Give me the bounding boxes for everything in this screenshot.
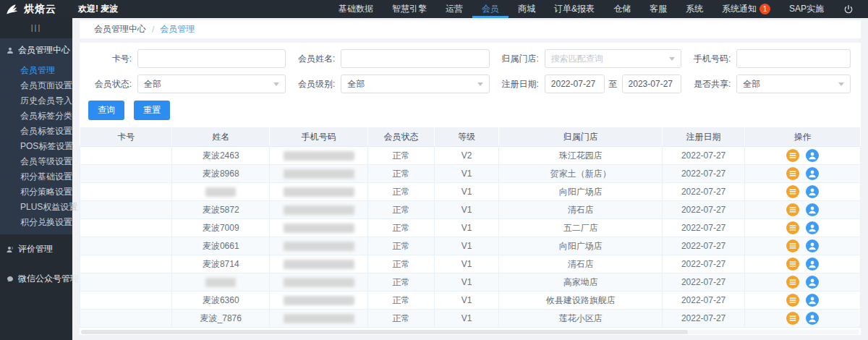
cell-card-no (80, 255, 172, 273)
member-profile-icon[interactable] (806, 276, 819, 289)
app-logo[interactable]: 烘焙云 (0, 0, 78, 18)
sidebar-item-2[interactable]: 历史会员导入 (0, 93, 72, 109)
cell-level: V1 (434, 237, 499, 255)
detail-list-icon[interactable] (786, 167, 799, 180)
breadcrumb-current[interactable]: 会员管理 (160, 23, 195, 35)
sidebar-item-10[interactable]: 积分兑换设置 (0, 215, 72, 230)
member-profile-icon[interactable] (806, 149, 819, 162)
query-button[interactable]: 查询 (88, 101, 124, 120)
sidebar-item-1[interactable]: 会员页面设置 (0, 78, 72, 93)
member-name-input[interactable] (341, 49, 489, 68)
column-header: 操作 (745, 127, 861, 147)
member-profile-icon[interactable] (806, 203, 819, 216)
horizontal-scrollbar[interactable] (81, 330, 859, 334)
cell-store: 向阳广场店 (499, 237, 663, 255)
member-profile-icon[interactable] (806, 221, 819, 234)
table-row: 麦波8968正常V1贺家土（新店）2022-07-27 (80, 165, 861, 183)
sidebar-item-0[interactable]: 会员管理 (0, 63, 72, 78)
cell-card-no (80, 237, 172, 255)
cell-phone (270, 165, 368, 183)
nav-item-0[interactable]: 基础数据 (329, 0, 383, 18)
member-profile-icon[interactable] (806, 294, 819, 307)
member-profile-icon[interactable] (806, 167, 819, 180)
level-select[interactable]: 全部 (341, 75, 489, 93)
cell-status: 正常 (368, 165, 435, 183)
logout-power-button[interactable] (833, 0, 868, 18)
card-no-input[interactable] (137, 49, 286, 68)
phone-input[interactable] (736, 49, 851, 68)
sidebar-item-8[interactable]: 积分策略设置 (0, 184, 72, 200)
detail-list-icon[interactable] (786, 239, 799, 252)
cell-store: 清石店 (499, 201, 663, 219)
cell-card-no (80, 165, 172, 183)
cell-ops (745, 165, 861, 183)
detail-list-icon[interactable] (786, 276, 799, 289)
filter-level: 会员级别: 全部 (286, 75, 489, 93)
cell-name: 麦波2463 (172, 147, 270, 165)
detail-list-icon[interactable] (786, 294, 799, 307)
member-profile-icon[interactable] (806, 312, 819, 325)
cell-reg-date: 2022-07-27 (662, 201, 744, 219)
member-profile-icon[interactable] (806, 239, 819, 252)
sidebar-section-header[interactable]: 会员管理中心 (0, 38, 72, 63)
detail-list-icon[interactable] (786, 221, 799, 234)
breadcrumb-separator: / (152, 25, 154, 35)
sidebar-item-7[interactable]: 积分基础设置 (0, 169, 72, 184)
sidebar-item-9[interactable]: PLUS权益设置 (0, 200, 72, 215)
status-label: 会员状态: (82, 78, 132, 90)
sidebar-link-2[interactable]: 微信公众号管理 (0, 264, 72, 294)
reg-date-start-input[interactable] (545, 75, 605, 93)
sidebar-link-1[interactable]: 评价管理 (0, 234, 72, 264)
nav-item-10[interactable]: SAP实施 (780, 0, 833, 18)
table-row: 麦波0661正常V1向阳广场店2022-07-27 (80, 237, 861, 255)
cell-reg-date: 2022-07-27 (662, 147, 744, 165)
cell-level: V1 (434, 255, 499, 273)
nav-item-9[interactable]: 系统通知1 (712, 0, 780, 18)
scrollbar-thumb[interactable] (81, 330, 688, 334)
sidebar-item-6[interactable]: 会员等级设置 (0, 154, 72, 169)
filter-store: 归属门店: 搜索匹配查询 (490, 49, 682, 68)
cell-ops (745, 273, 861, 292)
detail-list-icon[interactable] (786, 203, 799, 216)
nav-item-2[interactable]: 运营 (436, 0, 472, 18)
reset-button[interactable]: 重置 (134, 101, 170, 120)
nav-item-5[interactable]: 订单&报表 (545, 0, 604, 18)
cell-ops (745, 237, 861, 255)
nav-item-8[interactable]: 系统 (676, 0, 712, 18)
cell-status: 正常 (368, 237, 435, 255)
nav-item-6[interactable]: 仓储 (604, 0, 640, 18)
nav-item-1[interactable]: 智慧引擎 (383, 0, 436, 18)
cell-store: 清石店 (499, 255, 663, 273)
store-select[interactable]: 搜索匹配查询 (545, 49, 682, 68)
cell-status: 正常 (368, 219, 435, 237)
shared-select[interactable]: 全部 (736, 75, 851, 93)
detail-list-icon[interactable] (786, 258, 799, 271)
masked-phone (284, 242, 354, 251)
detail-list-icon[interactable] (786, 149, 799, 162)
member-profile-icon[interactable] (806, 258, 819, 271)
sidebar-collapse-button[interactable]: ||| (0, 18, 72, 38)
nav-item-4[interactable]: 商城 (509, 0, 545, 18)
status-select[interactable]: 全部 (137, 75, 286, 93)
masked-phone (284, 169, 354, 179)
sidebar-item-4[interactable]: 会员标签设置 (0, 124, 72, 139)
sidebar-item-5[interactable]: POS标签设置 (0, 139, 72, 154)
cell-ops (745, 183, 861, 201)
cell-phone (270, 255, 368, 273)
detail-list-icon[interactable] (786, 312, 799, 325)
cell-level: V1 (434, 165, 499, 183)
breadcrumb-parent[interactable]: 会员管理中心 (94, 23, 146, 35)
sidebar-link-label: 微信公众号管理 (18, 273, 79, 285)
table-row: 麦波_7876正常V1莲花小区店2022-07-27 (80, 310, 861, 328)
nav-item-7[interactable]: 客服 (640, 0, 676, 18)
detail-list-icon[interactable] (786, 185, 799, 198)
reg-date-end-input[interactable] (622, 75, 682, 93)
sidebar-item-3[interactable]: 会员标签分类 (0, 109, 72, 124)
cell-store: 攸县建设路旗舰店 (499, 292, 663, 310)
cell-store: 贺家土（新店） (499, 165, 663, 183)
nav-item-3[interactable]: 会员 (472, 0, 509, 18)
cell-name: 麦波8714 (172, 255, 270, 273)
cell-phone (270, 273, 368, 292)
table-row: 麦波8714正常V1清石店2022-07-27 (80, 255, 861, 273)
member-profile-icon[interactable] (806, 185, 819, 198)
